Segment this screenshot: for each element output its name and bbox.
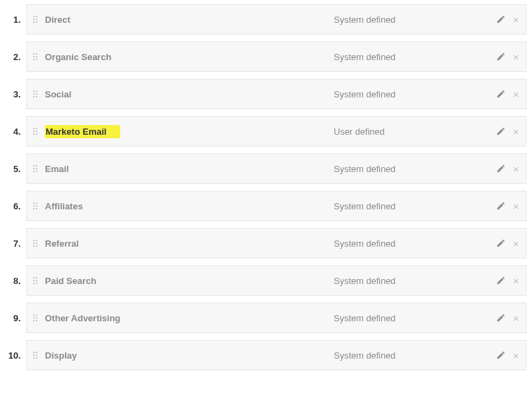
row-number: 2. (6, 52, 26, 62)
row-actions: × (482, 52, 526, 62)
channel-name: Display (44, 350, 334, 361)
channel-card[interactable]: DirectSystem defined× (26, 4, 526, 35)
row-number: 5. (6, 164, 26, 174)
pencil-icon[interactable] (496, 15, 506, 24)
channel-type: System defined (334, 164, 482, 174)
channel-card[interactable]: Marketo Email User defined× (26, 116, 526, 146)
channel-row: 6.AffiliatesSystem defined× (6, 191, 526, 221)
channel-row: 4.Marketo Email User defined× (6, 116, 526, 146)
channel-name: Other Advertising (44, 313, 334, 323)
channel-card[interactable]: SocialSystem defined× (26, 79, 526, 109)
drag-handle-icon[interactable] (27, 277, 44, 284)
row-number: 9. (6, 313, 26, 323)
row-actions: × (482, 15, 526, 25)
drag-handle-icon[interactable] (27, 91, 44, 97)
row-number: 8. (6, 276, 26, 286)
row-number: 1. (6, 15, 26, 25)
channel-name: Social (44, 89, 334, 100)
channel-type: System defined (334, 313, 482, 323)
channel-row: 10.DisplaySystem defined× (6, 340, 526, 370)
channel-row: 7.ReferralSystem defined× (6, 228, 526, 258)
channel-card[interactable]: AffiliatesSystem defined× (26, 191, 526, 221)
close-icon[interactable]: × (513, 313, 519, 323)
pencil-icon[interactable] (496, 52, 506, 61)
pencil-icon[interactable] (496, 350, 506, 360)
drag-handle-icon[interactable] (27, 202, 44, 209)
pencil-icon[interactable] (496, 313, 506, 323)
row-number: 4. (6, 126, 26, 137)
drag-handle-icon[interactable] (27, 128, 44, 135)
row-actions: × (482, 89, 526, 100)
channel-card[interactable]: Other AdvertisingSystem defined× (26, 303, 526, 333)
row-actions: × (482, 164, 526, 174)
channel-type: System defined (334, 89, 482, 100)
drag-handle-icon[interactable] (27, 165, 44, 172)
row-actions: × (482, 313, 526, 323)
pencil-icon[interactable] (496, 276, 506, 285)
pencil-icon[interactable] (496, 89, 506, 99)
channel-type: User defined (334, 126, 482, 137)
channel-type: System defined (334, 201, 482, 211)
channel-row: 5.EmailSystem defined× (6, 153, 526, 184)
drag-handle-icon[interactable] (27, 53, 44, 60)
channel-type: System defined (334, 276, 482, 286)
channel-type: System defined (334, 238, 482, 249)
pencil-icon[interactable] (496, 164, 506, 173)
close-icon[interactable]: × (513, 126, 519, 137)
channel-row: 3.SocialSystem defined× (6, 79, 526, 109)
close-icon[interactable]: × (513, 89, 519, 100)
close-icon[interactable]: × (513, 164, 519, 174)
channel-card[interactable]: DisplaySystem defined× (26, 340, 526, 370)
channel-row: 9.Other AdvertisingSystem defined× (6, 303, 526, 333)
close-icon[interactable]: × (513, 201, 519, 211)
channel-row: 2.Organic SearchSystem defined× (6, 41, 526, 72)
pencil-icon[interactable] (496, 201, 506, 211)
channel-name: Marketo Email (44, 126, 334, 137)
channel-name: Organic Search (44, 52, 334, 62)
channel-name: Direct (44, 15, 334, 25)
row-actions: × (482, 126, 526, 137)
channel-card[interactable]: EmailSystem defined× (26, 153, 526, 184)
channel-card[interactable]: Organic SearchSystem defined× (26, 41, 526, 72)
close-icon[interactable]: × (513, 238, 519, 249)
channel-type: System defined (334, 350, 482, 361)
channel-type: System defined (334, 15, 482, 25)
pencil-icon[interactable] (496, 238, 506, 248)
drag-handle-icon[interactable] (27, 240, 44, 247)
channel-name: Email (44, 164, 334, 174)
row-actions: × (482, 238, 526, 249)
drag-handle-icon[interactable] (27, 16, 44, 23)
close-icon[interactable]: × (513, 350, 519, 361)
row-number: 6. (6, 201, 26, 211)
pencil-icon[interactable] (496, 126, 506, 136)
channel-name: Affiliates (44, 201, 334, 211)
row-actions: × (482, 350, 526, 361)
channel-row: 1.DirectSystem defined× (6, 4, 526, 35)
channel-card[interactable]: Paid SearchSystem defined× (26, 265, 526, 296)
close-icon[interactable]: × (513, 52, 519, 62)
close-icon[interactable]: × (513, 276, 519, 286)
channel-row: 8.Paid SearchSystem defined× (6, 265, 526, 296)
channel-name: Referral (44, 238, 334, 249)
drag-handle-icon[interactable] (27, 314, 44, 321)
channel-type: System defined (334, 52, 482, 62)
row-actions: × (482, 276, 526, 286)
row-actions: × (482, 201, 526, 211)
channel-list: 1.DirectSystem defined×2.Organic SearchS… (6, 4, 526, 370)
row-number: 10. (6, 350, 26, 361)
row-number: 3. (6, 89, 26, 100)
channel-card[interactable]: ReferralSystem defined× (26, 228, 526, 258)
channel-name: Paid Search (44, 276, 334, 286)
close-icon[interactable]: × (513, 15, 519, 25)
row-number: 7. (6, 238, 26, 249)
drag-handle-icon[interactable] (27, 352, 44, 359)
